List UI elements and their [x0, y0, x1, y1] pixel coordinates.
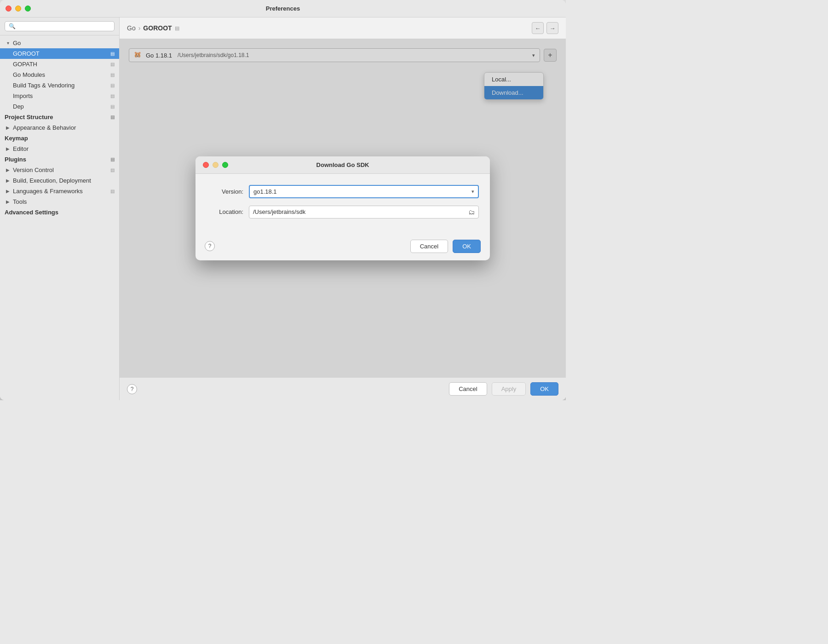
sidebar-item-label: Appearance & Behavior — [13, 124, 76, 131]
nav-buttons: ← → — [532, 22, 558, 34]
location-value: /Users/jetbrains/sdk — [253, 208, 305, 215]
sidebar-item-label: Version Control — [13, 167, 54, 173]
right-panel: Go › GOROOT ▤ ← → 🐹 Go 1.18.1 — [120, 17, 566, 400]
page-icon: ▤ — [110, 51, 115, 56]
sidebar-item-goroot[interactable]: GOROOT ▤ — [0, 48, 119, 59]
nav-back-button[interactable]: ← — [532, 22, 544, 34]
search-bar: 🔍 — [0, 17, 119, 35]
modal-ok-button[interactable]: OK — [453, 240, 481, 253]
location-label: Location: — [207, 208, 243, 215]
sidebar-item-version-control[interactable]: ▶ Version Control ▤ — [0, 165, 119, 175]
sidebar-item-label: GOROOT — [13, 50, 110, 57]
sidebar-item-label: Go — [13, 40, 21, 46]
title-bar: Preferences — [0, 0, 566, 17]
sidebar-item-tools[interactable]: ▶ Tools — [0, 196, 119, 207]
bottom-right: Cancel Apply OK — [449, 382, 558, 396]
panel-header: Go › GOROOT ▤ ← → — [120, 17, 566, 39]
sidebar-item-label: Tools — [13, 198, 27, 205]
sidebar-item-label: Build Tags & Vendoring — [13, 82, 110, 89]
sidebar-list: ▾ Go GOROOT ▤ GOPATH ▤ Go Modules ▤ Buil… — [0, 35, 119, 400]
search-icon: 🔍 — [9, 23, 16, 29]
modal-help-button[interactable]: ? — [205, 241, 215, 251]
sidebar-item-label: Project Structure — [5, 114, 53, 121]
page-icon: ▤ — [110, 167, 115, 172]
sidebar-item-build-tags[interactable]: Build Tags & Vendoring ▤ — [0, 80, 119, 91]
chevron-right-icon: ▶ — [5, 188, 11, 195]
page-icon: ▤ — [110, 72, 115, 77]
page-icon: ▤ — [110, 104, 115, 109]
folder-icon[interactable]: 🗂 — [468, 208, 475, 216]
sidebar-item-dep[interactable]: Dep ▤ — [0, 101, 119, 112]
sidebar-item-appearance[interactable]: ▶ Appearance & Behavior — [0, 122, 119, 133]
page-icon: ▤ — [110, 189, 115, 194]
page-icon: ▤ — [110, 62, 115, 67]
sidebar-item-label: Advanced Settings — [5, 209, 58, 216]
sidebar-item-plugins[interactable]: Plugins ▤ — [0, 154, 119, 165]
modal-traffic-lights — [203, 162, 228, 168]
help-button[interactable]: ? — [127, 384, 137, 394]
breadcrumb: Go › GOROOT ▤ — [127, 24, 179, 32]
sidebar-item-label: Languages & Frameworks — [13, 188, 83, 195]
sidebar-item-project-structure[interactable]: Project Structure ▤ — [0, 112, 119, 122]
apply-button[interactable]: Apply — [492, 382, 526, 396]
sidebar-item-languages[interactable]: ▶ Languages & Frameworks ▤ — [0, 186, 119, 196]
version-row: Version: go1.18.1 ▾ — [207, 185, 479, 198]
chevron-right-icon: ▶ — [5, 125, 11, 131]
traffic-lights — [6, 6, 31, 12]
sidebar-item-label: GOPATH — [13, 61, 110, 68]
sidebar-item-imports[interactable]: Imports ▤ — [0, 91, 119, 101]
nav-forward-button[interactable]: → — [546, 22, 558, 34]
maximize-button[interactable] — [25, 6, 31, 12]
modal-close-button[interactable] — [203, 162, 209, 168]
close-button[interactable] — [6, 6, 12, 12]
chevron-down-icon: ▾ — [5, 40, 11, 46]
chevron-right-icon: ▶ — [5, 146, 11, 152]
sidebar-item-build-execution[interactable]: ▶ Build, Execution, Deployment — [0, 175, 119, 186]
window-title: Preferences — [266, 5, 300, 12]
ok-button[interactable]: OK — [530, 382, 558, 396]
sidebar-item-editor[interactable]: ▶ Editor — [0, 144, 119, 154]
sidebar-item-label: Keymap — [5, 135, 28, 142]
sidebar-item-label: Go Modules — [13, 71, 110, 78]
breadcrumb-separator: › — [138, 24, 141, 32]
sidebar-item-label: Editor — [13, 145, 29, 152]
version-value: go1.18.1 — [253, 188, 277, 195]
modal-minimize-button[interactable] — [213, 162, 218, 168]
modal-title: Download Go SDK — [316, 161, 369, 168]
search-input[interactable] — [18, 23, 110, 29]
panel-content: 🐹 Go 1.18.1 /Users/jetbrains/sdk/go1.18.… — [120, 39, 566, 377]
sidebar: 🔍 ▾ Go GOROOT ▤ GOPATH ▤ — [0, 17, 120, 400]
modal-footer-right: Cancel OK — [410, 240, 481, 253]
main-content: 🔍 ▾ Go GOROOT ▤ GOPATH ▤ — [0, 17, 566, 400]
modal-cancel-button[interactable]: Cancel — [410, 240, 448, 253]
breadcrumb-parent: Go — [127, 24, 136, 32]
chevron-right-icon: ▶ — [5, 199, 11, 205]
preferences-window: Preferences 🔍 ▾ Go GOROOT ▤ — [0, 0, 566, 400]
chevron-down-icon: ▾ — [472, 189, 474, 195]
sidebar-item-label: Dep — [13, 103, 110, 110]
sidebar-item-keymap[interactable]: Keymap — [0, 133, 119, 144]
cancel-button[interactable]: Cancel — [449, 382, 487, 396]
chevron-right-icon: ▶ — [5, 178, 11, 184]
sidebar-item-gopath[interactable]: GOPATH ▤ — [0, 59, 119, 69]
sidebar-item-go-modules[interactable]: Go Modules ▤ — [0, 69, 119, 80]
minimize-button[interactable] — [15, 6, 21, 12]
search-wrapper[interactable]: 🔍 — [5, 21, 115, 31]
page-icon: ▤ — [110, 83, 115, 88]
version-dropdown[interactable]: go1.18.1 ▾ — [249, 185, 479, 198]
modal-title-bar: Download Go SDK — [196, 156, 490, 174]
page-icon: ▤ — [110, 157, 115, 162]
location-field[interactable]: /Users/jetbrains/sdk 🗂 — [249, 206, 479, 218]
page-icon: ▤ — [110, 115, 115, 120]
modal-body: Version: go1.18.1 ▾ Location: /Users/jet… — [196, 174, 490, 235]
sidebar-item-go[interactable]: ▾ Go — [0, 38, 119, 48]
download-sdk-dialog: Download Go SDK Version: go1.18.1 ▾ — [196, 156, 490, 260]
page-icon: ▤ — [175, 25, 179, 31]
breadcrumb-current: GOROOT — [143, 24, 172, 32]
modal-overlay: Download Go SDK Version: go1.18.1 ▾ — [120, 39, 566, 377]
modal-maximize-button[interactable] — [222, 162, 228, 168]
sidebar-item-advanced[interactable]: Advanced Settings — [0, 207, 119, 218]
version-label: Version: — [207, 188, 243, 195]
page-icon: ▤ — [110, 93, 115, 98]
location-row: Location: /Users/jetbrains/sdk 🗂 — [207, 206, 479, 218]
